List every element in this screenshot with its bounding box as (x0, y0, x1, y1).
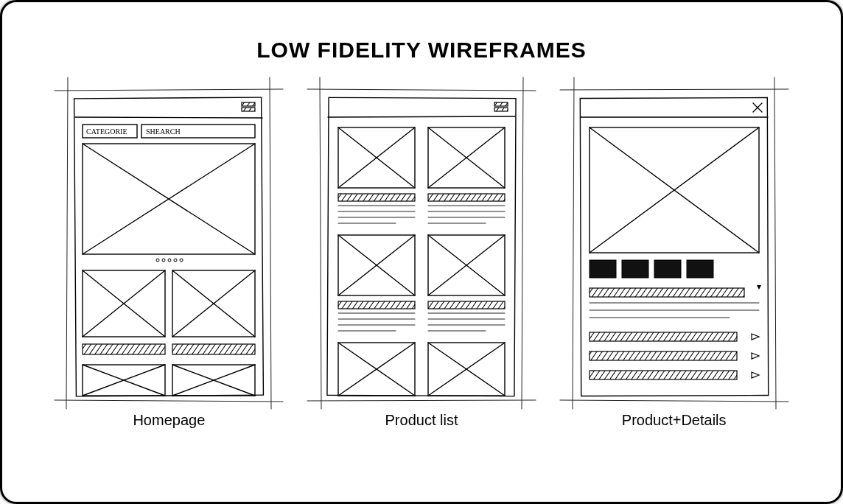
svg-line-1 (55, 89, 283, 91)
product-list-sketch (315, 85, 528, 402)
svg-line-77 (560, 89, 788, 90)
homepage-sketch: CATEGORIE SHEARCH (62, 85, 276, 402)
svg-line-32 (307, 400, 536, 401)
favorite-icon (757, 285, 761, 290)
close-icon (753, 103, 762, 112)
svg-line-31 (307, 89, 536, 91)
svg-rect-100 (590, 371, 737, 379)
product-image-placeholder (590, 127, 759, 253)
svg-line-6 (75, 117, 262, 118)
svg-line-36 (328, 116, 515, 117)
page-title: LOW FIDELITY WIREFRAMES (2, 2, 841, 63)
svg-line-33 (320, 77, 321, 409)
caption-product-details: Product+Details (622, 412, 727, 429)
svg-rect-92 (590, 288, 744, 297)
svg-line-80 (774, 77, 776, 409)
svg-rect-20 (83, 344, 165, 354)
svg-line-3 (66, 77, 68, 409)
card-left (83, 270, 165, 354)
svg-line-34 (522, 77, 523, 409)
svg-rect-96 (590, 332, 737, 341)
svg-rect-98 (590, 351, 737, 360)
wireframe-product-details: Product+Details (566, 85, 782, 429)
svg-rect-37 (494, 102, 508, 106)
caption-homepage: Homepage (133, 412, 205, 429)
wireframe-homepage: CATEGORIE SHEARCH (61, 85, 277, 429)
product-details-sketch (567, 85, 781, 402)
accordion-row-3 (590, 371, 759, 379)
svg-rect-90 (654, 260, 681, 278)
svg-rect-24 (172, 344, 255, 354)
svg-point-14 (168, 259, 171, 262)
card-right (172, 270, 255, 354)
canvas: LOW FIDELITY WIREFRAMES (0, 0, 843, 504)
svg-marker-101 (752, 372, 759, 378)
thumbnails (590, 260, 713, 278)
svg-marker-99 (752, 353, 759, 359)
svg-rect-50 (428, 194, 505, 201)
svg-rect-38 (494, 108, 508, 111)
svg-rect-8 (242, 108, 255, 111)
card-peek-right (172, 365, 255, 396)
svg-rect-91 (687, 260, 713, 278)
wireframe-product-list: Product list (314, 85, 530, 429)
svg-point-15 (174, 259, 177, 262)
svg-line-78 (560, 400, 788, 402)
product-grid (338, 127, 505, 396)
accordion-row-2 (590, 351, 759, 360)
svg-point-16 (180, 259, 183, 262)
svg-rect-58 (338, 301, 415, 309)
hero-image-placeholder (83, 144, 255, 254)
svg-point-12 (156, 259, 159, 262)
svg-rect-89 (622, 260, 648, 278)
svg-rect-88 (590, 260, 616, 278)
svg-line-79 (573, 77, 574, 409)
svg-rect-7 (242, 102, 255, 106)
svg-rect-66 (428, 301, 505, 309)
svg-marker-97 (752, 334, 759, 340)
card-peek-left (83, 365, 165, 396)
carousel-dots (156, 259, 183, 262)
caption-product-list: Product list (385, 412, 458, 429)
svg-rect-35 (327, 97, 516, 396)
svg-line-4 (270, 77, 271, 409)
wireframe-row: CATEGORIE SHEARCH (2, 63, 841, 429)
svg-line-2 (55, 400, 283, 402)
search-label: SHEARCH (146, 127, 181, 136)
accordion-row-1 (590, 332, 759, 341)
svg-rect-42 (338, 194, 415, 201)
svg-point-13 (162, 259, 165, 262)
categorie-label: CATEGORIE (86, 127, 127, 136)
